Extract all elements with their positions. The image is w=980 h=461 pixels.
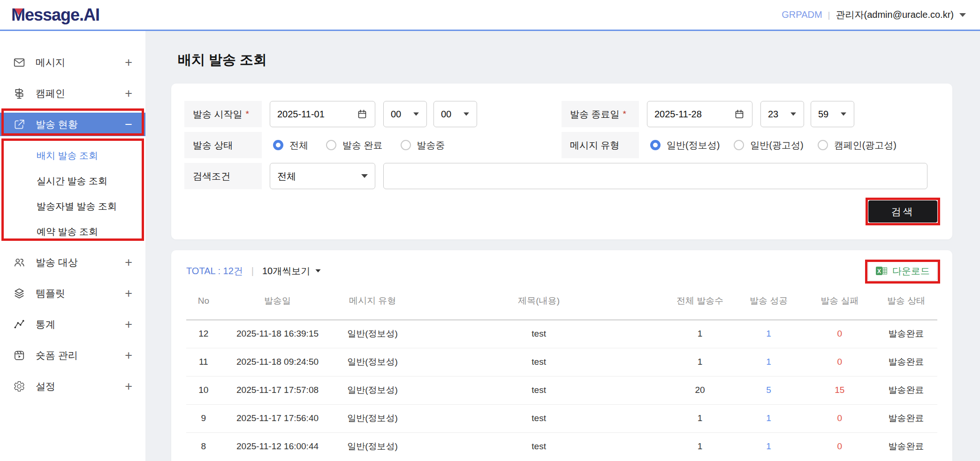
cell-success-link[interactable]: 1 bbox=[733, 404, 805, 432]
expand-plus-icon[interactable]: + bbox=[125, 56, 132, 69]
sidebar-item-label: 캠페인 bbox=[36, 87, 114, 100]
cell-fail-link[interactable]: 15 bbox=[805, 376, 875, 404]
start-hour-select[interactable]: 00 bbox=[383, 101, 427, 127]
cell-date: 2025-11-12 16:00:44 bbox=[221, 432, 334, 461]
page-size-select[interactable]: 10개씩보기 bbox=[262, 265, 321, 277]
submenu-item-batch-send-query[interactable]: 배치 발송 조회 bbox=[0, 143, 145, 168]
sidebar-item-label: 숏폼 관리 bbox=[36, 349, 114, 362]
keyword-input[interactable] bbox=[383, 163, 927, 189]
table-row: 9 2025-11-17 17:56:40 일반(정보성) test 1 1 0… bbox=[186, 404, 937, 432]
search-condition-select[interactable]: 전체 bbox=[270, 163, 375, 189]
radio-option-general-ad[interactable]: 일반(광고성) bbox=[734, 139, 803, 152]
end-date-input[interactable]: 2025-11-28 bbox=[647, 101, 752, 127]
expand-plus-icon[interactable]: + bbox=[125, 318, 132, 331]
required-asterisk: * bbox=[623, 109, 626, 119]
submenu-item-sender-send-query[interactable]: 발송자별 발송 조회 bbox=[0, 193, 145, 219]
radio-selected-icon[interactable] bbox=[650, 140, 661, 150]
expand-plus-icon[interactable]: + bbox=[125, 349, 132, 362]
cell-fail-link[interactable]: 0 bbox=[805, 404, 875, 432]
cell-title: test bbox=[411, 376, 667, 404]
chevron-down-icon bbox=[790, 113, 796, 116]
sidebar-item-campaign[interactable]: 캠페인 + bbox=[0, 78, 145, 109]
sidebar-item-template[interactable]: 템플릿 + bbox=[0, 278, 145, 309]
sidebar-item-label: 통계 bbox=[36, 318, 114, 331]
envelope-icon bbox=[13, 56, 25, 69]
submenu-item-reserved-send-query[interactable]: 예약 발송 조회 bbox=[0, 219, 145, 244]
cell-success-link[interactable]: 5 bbox=[733, 376, 805, 404]
user-account-label: 관리자(admin@uracle.co.kr) bbox=[836, 8, 954, 21]
app-logo[interactable]: Message.AI bbox=[11, 5, 99, 25]
search-button[interactable]: 검색 bbox=[868, 200, 937, 223]
cell-total: 1 bbox=[667, 404, 733, 432]
cell-type: 일반(정보성) bbox=[334, 348, 410, 376]
shortform-video-icon bbox=[13, 349, 25, 361]
cell-type: 일반(정보성) bbox=[334, 376, 410, 404]
user-menu-chevron-down-icon[interactable] bbox=[959, 13, 966, 17]
table-row: 10 2025-11-17 17:57:08 일반(정보성) test 20 5… bbox=[186, 376, 937, 404]
download-label: 다운로드 bbox=[892, 265, 930, 277]
cell-success-link[interactable]: 1 bbox=[733, 320, 805, 348]
svg-text:X: X bbox=[877, 268, 881, 275]
sidebar-item-shortform[interactable]: 숏폼 관리 + bbox=[0, 340, 145, 371]
cell-fail-link[interactable]: 0 bbox=[805, 348, 875, 376]
cell-no: 12 bbox=[186, 320, 221, 348]
col-header-fail: 발송 실패 bbox=[805, 282, 875, 320]
sidebar-item-send-target[interactable]: 발송 대상 + bbox=[0, 247, 145, 278]
search-condition-label: 검색조건 bbox=[184, 163, 262, 189]
start-date-input[interactable]: 2025-11-01 bbox=[270, 101, 375, 127]
chevron-down-icon bbox=[316, 269, 321, 272]
table-row: 11 2025-11-18 09:24:50 일반(정보성) test 1 1 … bbox=[186, 348, 937, 376]
cell-fail-link[interactable]: 0 bbox=[805, 320, 875, 348]
cell-success-link[interactable]: 1 bbox=[733, 432, 805, 461]
end-minute-select[interactable]: 59 bbox=[811, 101, 854, 127]
filter-row-dates: 발송 시작일* 2025-11-01 00 00 발송 종료일* 2025-11… bbox=[184, 101, 937, 127]
page-title: 배치 발송 조회 bbox=[178, 51, 267, 69]
send-status-submenu: 배치 발송 조회 실시간 발송 조회 발송자별 발송 조회 예약 발송 조회 bbox=[0, 140, 145, 247]
expand-plus-icon[interactable]: + bbox=[125, 87, 132, 100]
col-header-type: 메시지 유형 bbox=[334, 282, 410, 320]
cell-no: 10 bbox=[186, 376, 221, 404]
cell-success-link[interactable]: 1 bbox=[733, 348, 805, 376]
radio-option-general-info[interactable]: 일반(정보성) bbox=[650, 139, 720, 152]
radio-unselected-icon[interactable] bbox=[401, 140, 411, 150]
cell-status: 발송완료 bbox=[875, 404, 937, 432]
collapse-minus-icon[interactable]: − bbox=[125, 118, 132, 131]
cell-total: 1 bbox=[667, 432, 733, 461]
radio-option-all[interactable]: 전체 bbox=[273, 139, 308, 152]
sidebar-item-settings[interactable]: 설정 + bbox=[0, 371, 145, 402]
calendar-icon[interactable] bbox=[357, 108, 368, 120]
total-count-label: TOTAL : 12건 bbox=[186, 265, 243, 277]
end-hour-select[interactable]: 23 bbox=[760, 101, 804, 127]
submenu-item-realtime-send-query[interactable]: 실시간 발송 조회 bbox=[0, 168, 145, 193]
col-header-title: 제목(내용) bbox=[411, 282, 667, 320]
radio-unselected-icon[interactable] bbox=[326, 140, 336, 150]
radio-selected-icon[interactable] bbox=[273, 140, 283, 150]
cell-date: 2025-11-17 17:56:40 bbox=[221, 404, 334, 432]
radio-option-send-complete[interactable]: 발송 완료 bbox=[326, 139, 383, 152]
radio-unselected-icon[interactable] bbox=[818, 140, 828, 150]
expand-plus-icon[interactable]: + bbox=[125, 256, 132, 269]
cell-date: 2025-11-18 09:24:50 bbox=[221, 348, 334, 376]
calendar-icon[interactable] bbox=[734, 108, 745, 120]
group-code-link[interactable]: GRPADM bbox=[782, 9, 822, 20]
sidebar-item-label: 발송 대상 bbox=[36, 256, 114, 269]
sidebar-item-label: 발송 현황 bbox=[36, 118, 114, 131]
radio-unselected-icon[interactable] bbox=[734, 140, 744, 150]
sidebar-item-send-status[interactable]: 발송 현황 − bbox=[0, 113, 145, 136]
excel-download-button[interactable]: X 다운로드 bbox=[868, 261, 937, 281]
start-minute-select[interactable]: 00 bbox=[433, 101, 477, 127]
radio-option-campaign-ad[interactable]: 캠페인(광고성) bbox=[818, 139, 896, 152]
cell-total: 1 bbox=[667, 348, 733, 376]
table-row: 12 2025-11-18 16:39:15 일반(정보성) test 1 1 … bbox=[186, 320, 937, 348]
sidebar-item-statistics[interactable]: 통계 + bbox=[0, 309, 145, 340]
table-header-row: No 발송일 메시지 유형 제목(내용) 전체 발송수 발송 성공 발송 실패 … bbox=[186, 282, 937, 320]
radio-option-sending[interactable]: 발송중 bbox=[401, 139, 445, 152]
results-toolbar: TOTAL : 12건 | 10개씩보기 X 다운로드 bbox=[186, 261, 937, 281]
cell-no: 9 bbox=[186, 404, 221, 432]
cell-fail-link[interactable]: 0 bbox=[805, 432, 875, 461]
expand-plus-icon[interactable]: + bbox=[125, 380, 132, 393]
cell-title: test bbox=[411, 320, 667, 348]
sidebar-item-message[interactable]: 메시지 + bbox=[0, 47, 145, 78]
cell-total: 1 bbox=[667, 320, 733, 348]
expand-plus-icon[interactable]: + bbox=[125, 287, 132, 300]
